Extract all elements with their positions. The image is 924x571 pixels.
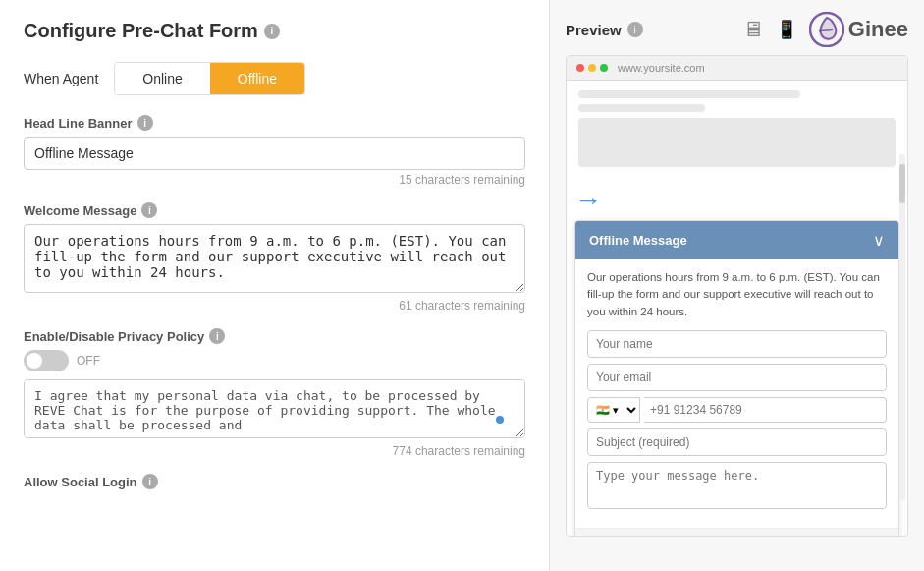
welcome-textarea[interactable]: Our operations hours from 9 a.m. to 6 p.… xyxy=(24,224,525,293)
chat-header: Offline Message ∨ xyxy=(575,221,898,259)
welcome-group: Welcome Message i Our operations hours f… xyxy=(24,202,525,313)
preview-container: www.yoursite.com → Offline Message ∨ Our… xyxy=(566,55,908,537)
social-login-info-icon[interactable]: i xyxy=(142,474,158,489)
preview-label: Preview xyxy=(566,22,622,38)
chat-phone-field[interactable] xyxy=(644,397,887,423)
welcome-info-icon[interactable]: i xyxy=(141,202,157,218)
mock-line-1 xyxy=(578,90,800,98)
headline-info-icon[interactable]: i xyxy=(137,115,153,131)
site-mock xyxy=(567,81,907,185)
page-title: Configure Pre-Chat Form xyxy=(24,20,258,42)
privacy-text-wrap: I agree that my personal data via chat, … xyxy=(24,379,525,441)
agent-toggle-row: When Agent Online Offline xyxy=(24,62,525,95)
mock-line-2 xyxy=(578,104,705,112)
welcome-chars: 61 characters remaining xyxy=(24,299,525,313)
chat-name-field[interactable] xyxy=(587,330,887,358)
preview-label-row: Preview i xyxy=(566,22,643,38)
privacy-group: Enable/Disable Privacy Policy i OFF I ag… xyxy=(24,328,525,458)
welcome-label: Welcome Message xyxy=(24,203,136,218)
chat-email-field[interactable] xyxy=(587,364,887,391)
privacy-slider xyxy=(24,350,69,371)
browser-url: www.yoursite.com xyxy=(618,62,705,74)
dot-yellow xyxy=(588,64,596,72)
privacy-info-icon[interactable]: i xyxy=(209,328,225,344)
headline-group: Head Line Banner i 15 characters remaini… xyxy=(24,115,525,187)
right-panel: Preview i 🖥 📱 Ginee xyxy=(550,0,924,571)
mock-block xyxy=(578,118,896,167)
dot-green xyxy=(600,64,608,72)
left-panel: Configure Pre-Chat Form i When Agent Onl… xyxy=(0,0,550,571)
social-login-label: Allow Social Login xyxy=(24,475,137,489)
page-title-info-icon[interactable]: i xyxy=(264,24,280,39)
ginee-name: Ginee xyxy=(848,17,908,42)
mobile-icon[interactable]: 📱 xyxy=(776,19,797,40)
chat-widget: Offline Message ∨ Our operations hours f… xyxy=(574,220,899,537)
headline-label-row: Head Line Banner i xyxy=(24,115,525,131)
ginee-logo-icon xyxy=(809,12,844,47)
headline-label: Head Line Banner xyxy=(24,116,133,131)
browser-bar: www.yoursite.com xyxy=(567,56,907,81)
headline-input[interactable] xyxy=(24,137,525,170)
chat-header-title: Offline Message xyxy=(589,233,687,248)
welcome-label-row: Welcome Message i xyxy=(24,202,525,218)
privacy-label-row: Enable/Disable Privacy Policy i xyxy=(24,328,525,344)
preview-info-icon[interactable]: i xyxy=(627,22,643,37)
blue-arrow-icon: → xyxy=(574,185,602,216)
chat-footer: f 🐦 Powered by REVE Chat xyxy=(575,528,898,537)
preview-top: Preview i 🖥 📱 Ginee xyxy=(566,12,908,47)
chat-chevron-icon[interactable]: ∨ xyxy=(873,231,885,250)
headline-chars: 15 characters remaining xyxy=(24,173,525,187)
privacy-label: Enable/Disable Privacy Policy xyxy=(24,329,204,344)
desktop-icon[interactable]: 🖥 xyxy=(742,17,764,42)
top-right-area: 🖥 📱 Ginee xyxy=(742,12,908,47)
social-login-row: Allow Social Login i xyxy=(24,474,525,489)
privacy-chars: 774 characters remaining xyxy=(24,444,525,458)
agent-label: When Agent xyxy=(24,71,98,86)
agent-toggle-group: Online Offline xyxy=(114,62,305,95)
page-title-row: Configure Pre-Chat Form i xyxy=(24,20,525,42)
privacy-off-label: OFF xyxy=(77,354,100,368)
privacy-toggle[interactable] xyxy=(24,350,69,371)
chat-body: Our operations hours from 9 a.m. to 6 p.… xyxy=(575,259,898,528)
privacy-toggle-row: OFF xyxy=(24,350,525,371)
offline-button[interactable]: Offline xyxy=(210,63,304,94)
chat-description: Our operations hours from 9 a.m. to 6 p.… xyxy=(587,269,887,320)
online-button[interactable]: Online xyxy=(115,63,209,94)
chat-message-field[interactable] xyxy=(587,462,887,509)
ginee-logo: Ginee xyxy=(809,12,908,47)
phone-row: 🇮🇳 ▾ xyxy=(587,397,887,423)
chat-subject-field[interactable] xyxy=(587,428,887,456)
privacy-textarea[interactable]: I agree that my personal data via chat, … xyxy=(24,379,525,438)
browser-dots xyxy=(576,64,608,72)
dot-red xyxy=(576,64,584,72)
privacy-dot xyxy=(496,416,504,424)
phone-country-select[interactable]: 🇮🇳 ▾ xyxy=(587,397,640,423)
arrow-area: → xyxy=(567,185,907,216)
